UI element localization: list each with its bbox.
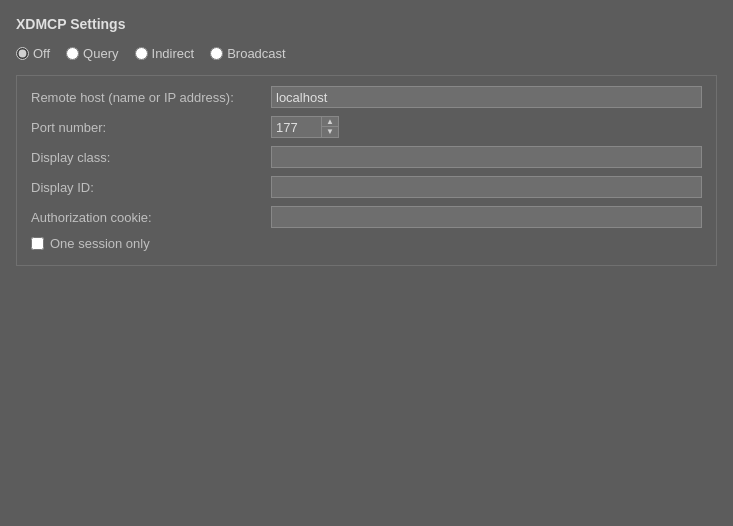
xdmcp-settings-window: XDMCP Settings Off Query Indirect Broadc… xyxy=(0,0,733,526)
remote-host-row: Remote host (name or IP address): xyxy=(31,86,702,108)
port-number-input[interactable] xyxy=(271,116,321,138)
radio-broadcast-label: Broadcast xyxy=(227,46,286,61)
display-id-row: Display ID: xyxy=(31,176,702,198)
window-title: XDMCP Settings xyxy=(16,16,717,32)
display-class-label: Display class: xyxy=(31,150,271,165)
port-spinner: ▲ ▼ xyxy=(321,116,339,138)
radio-indirect-input[interactable] xyxy=(135,47,148,60)
one-session-label: One session only xyxy=(50,236,150,251)
radio-off-input[interactable] xyxy=(16,47,29,60)
remote-host-input[interactable] xyxy=(271,86,702,108)
radio-off[interactable]: Off xyxy=(16,46,50,61)
radio-indirect-label: Indirect xyxy=(152,46,195,61)
radio-off-label: Off xyxy=(33,46,50,61)
radio-indirect[interactable]: Indirect xyxy=(135,46,195,61)
port-increment-button[interactable]: ▲ xyxy=(322,117,338,127)
display-class-row: Display class: xyxy=(31,146,702,168)
radio-query-input[interactable] xyxy=(66,47,79,60)
one-session-row: One session only xyxy=(31,236,702,251)
port-number-label: Port number: xyxy=(31,120,271,135)
auth-cookie-input[interactable] xyxy=(271,206,702,228)
radio-broadcast[interactable]: Broadcast xyxy=(210,46,286,61)
radio-group: Off Query Indirect Broadcast xyxy=(16,46,717,61)
port-number-row: Port number: ▲ ▼ xyxy=(31,116,702,138)
form-section: Remote host (name or IP address): Port n… xyxy=(16,75,717,266)
port-input-wrapper: ▲ ▼ xyxy=(271,116,339,138)
radio-query-label: Query xyxy=(83,46,118,61)
display-id-label: Display ID: xyxy=(31,180,271,195)
auth-cookie-label: Authorization cookie: xyxy=(31,210,271,225)
one-session-checkbox[interactable] xyxy=(31,237,44,250)
port-decrement-button[interactable]: ▼ xyxy=(322,127,338,137)
remote-host-label: Remote host (name or IP address): xyxy=(31,90,271,105)
auth-cookie-row: Authorization cookie: xyxy=(31,206,702,228)
display-class-input[interactable] xyxy=(271,146,702,168)
radio-broadcast-input[interactable] xyxy=(210,47,223,60)
display-id-input[interactable] xyxy=(271,176,702,198)
radio-query[interactable]: Query xyxy=(66,46,118,61)
